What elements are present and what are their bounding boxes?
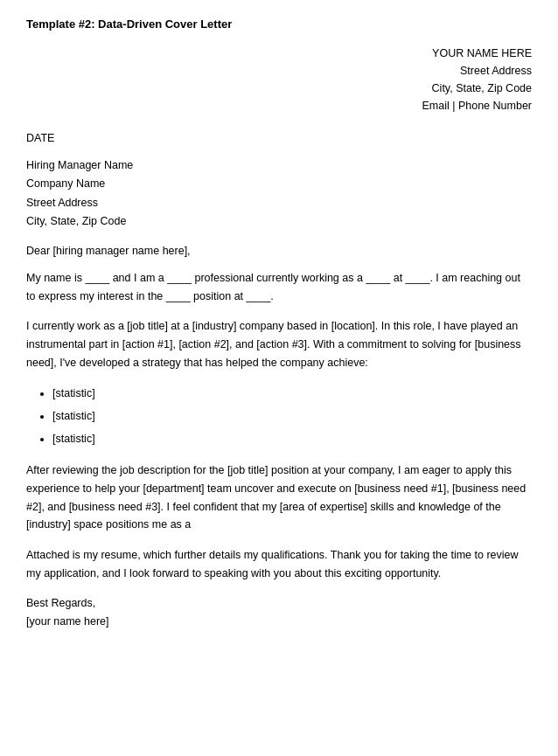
header-email-phone: Email | Phone Number	[26, 97, 532, 114]
date-section: DATE	[26, 132, 532, 144]
recipient-line3: Street Address	[26, 194, 532, 212]
paragraph-4: Attached is my resume, which further det…	[26, 546, 532, 582]
bullet-item-1: [statistic]	[52, 384, 532, 405]
recipient-line4: City, State, Zip Code	[26, 212, 532, 231]
closing-line1: Best Regards,	[26, 594, 532, 613]
header-name: YOUR NAME HERE	[26, 45, 532, 62]
closing-section: Best Regards, [your name here]	[26, 594, 532, 632]
bullet-item-3: [statistic]	[52, 429, 532, 450]
template-title: Template #2: Data-Driven Cover Letter	[26, 17, 532, 31]
salutation: Dear [hiring manager name here],	[26, 245, 532, 257]
header-street: Street Address	[26, 62, 532, 80]
recipient-line1: Hiring Manager Name	[26, 156, 532, 175]
closing-line2: [your name here]	[26, 613, 532, 631]
bullet-list: [statistic] [statistic] [statistic]	[52, 384, 532, 449]
header-address: YOUR NAME HERE Street Address City, Stat…	[26, 45, 532, 114]
document-page: Template #2: Data-Driven Cover Letter YO…	[0, 0, 558, 756]
recipient-section: Hiring Manager Name Company Name Street …	[26, 156, 532, 231]
header-city-state-zip: City, State, Zip Code	[26, 80, 532, 97]
paragraph-2: I currently work as a [job title] at a […	[26, 317, 532, 371]
paragraph-1: My name is ____ and I am a ____ professi…	[26, 269, 532, 305]
bullet-item-2: [statistic]	[52, 406, 532, 427]
paragraph-3: After reviewing the job description for …	[26, 461, 532, 534]
recipient-line2: Company Name	[26, 175, 532, 193]
